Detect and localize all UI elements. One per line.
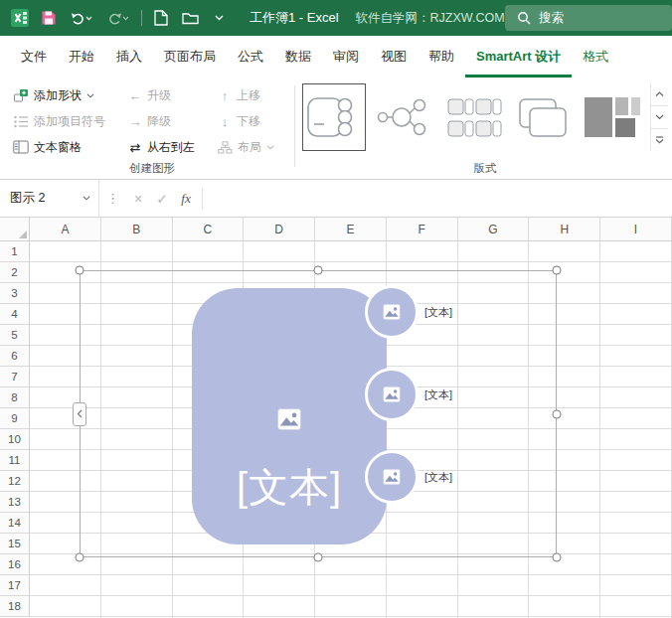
undo-button[interactable]	[66, 6, 97, 30]
chevron-up-icon	[655, 91, 664, 97]
layout-thumbnail-radial-circles[interactable]	[372, 83, 435, 151]
layout-preview-current-icon	[304, 91, 364, 143]
smartart-main-text[interactable]: [文本]	[192, 464, 387, 510]
row-header-7[interactable]: 7	[0, 367, 30, 387]
gallery-scroll-up-button[interactable]	[651, 83, 668, 106]
smartart-circle-2[interactable]	[365, 368, 419, 421]
tab-home[interactable]: 开始	[58, 36, 105, 77]
row-header-11[interactable]: 11	[0, 450, 30, 471]
tab-view[interactable]: 视图	[370, 36, 418, 77]
gallery-more-icon	[655, 136, 664, 144]
row-header-12[interactable]: 12	[0, 471, 30, 492]
column-header-E[interactable]: E	[315, 218, 387, 241]
tab-file[interactable]: 文件	[10, 36, 58, 77]
smartart-circle-3[interactable]	[365, 450, 419, 504]
row-header-13[interactable]: 13	[0, 492, 30, 513]
selection-handle-n[interactable]	[314, 266, 323, 275]
tab-insert[interactable]: 插入	[105, 36, 153, 77]
image-placeholder-icon[interactable]	[383, 304, 401, 320]
add-shape-icon	[13, 87, 29, 103]
row-header-14[interactable]: 14	[0, 513, 30, 534]
add-shape-button[interactable]: 添加形状	[10, 83, 97, 107]
layout-thumbnail-picture-pairs[interactable]	[441, 83, 505, 151]
smartart-item-text-2[interactable]: [文本]	[424, 387, 452, 402]
row-header-5[interactable]: 5	[0, 325, 30, 346]
formula-bar-drag-dots[interactable]: ⋮	[99, 191, 126, 206]
row-header-16[interactable]: 16	[0, 554, 30, 575]
column-header-I[interactable]: I	[600, 218, 672, 241]
text-pane-button[interactable]: 文本窗格	[10, 135, 84, 159]
column-header-D[interactable]: D	[244, 218, 315, 241]
search-box[interactable]: 搜索	[505, 5, 672, 31]
new-file-button[interactable]	[149, 6, 173, 30]
gallery-scroll-down-button[interactable]	[651, 106, 668, 129]
demote-label: 降级	[147, 113, 171, 130]
redo-button	[102, 6, 134, 30]
tab-review[interactable]: 审阅	[322, 36, 370, 77]
column-header-G[interactable]: G	[458, 218, 530, 241]
create-graphic-group: 添加形状 添加项目符号 文本窗格 ← 升级	[10, 83, 294, 177]
open-file-button[interactable]	[178, 6, 202, 30]
move-down-label: 下移	[237, 113, 260, 130]
smartart-main-shape[interactable]: [文本]	[192, 288, 387, 544]
name-box[interactable]: 图示 2	[0, 180, 99, 217]
chevron-down-icon	[655, 114, 664, 120]
column-header-B[interactable]: B	[101, 218, 173, 241]
row-header-1[interactable]: 1	[0, 241, 30, 262]
row-header-18[interactable]: 18	[0, 596, 30, 617]
tab-data[interactable]: 数据	[274, 36, 322, 77]
select-all-corner[interactable]	[0, 218, 30, 241]
gallery-scrollbar	[650, 83, 668, 151]
selection-handle-e[interactable]	[553, 409, 562, 418]
selection-handle-sw[interactable]	[76, 553, 84, 562]
selection-handle-se[interactable]	[553, 553, 562, 562]
layout-preview-grid-icon	[583, 91, 642, 143]
ribbon-content: 添加形状 添加项目符号 文本窗格 ← 升级	[0, 77, 672, 180]
name-box-dropdown-icon	[83, 196, 90, 201]
gallery-more-button[interactable]	[651, 129, 668, 151]
row-header-8[interactable]: 8	[0, 387, 30, 408]
row-header-15[interactable]: 15	[0, 534, 30, 554]
layout-thumbnail-picture-grid[interactable]	[581, 83, 644, 151]
smartart-circle-1[interactable]	[365, 285, 419, 339]
undo-dropdown-icon	[85, 16, 92, 21]
excel-app-icon[interactable]	[8, 6, 32, 30]
row-header-3[interactable]: 3	[0, 283, 30, 304]
smartart-item-text-3[interactable]: [文本]	[424, 470, 452, 485]
selection-handle-ne[interactable]	[553, 266, 562, 275]
column-header-H[interactable]: H	[529, 218, 600, 241]
column-header-A[interactable]: A	[30, 218, 101, 241]
tab-page-layout[interactable]: 页面布局	[153, 36, 227, 77]
layout-thumbnail-overlapping[interactable]	[511, 83, 575, 151]
column-header-F[interactable]: F	[387, 218, 458, 241]
formula-input[interactable]	[207, 180, 672, 217]
qat-divider	[141, 10, 142, 26]
row-header-9[interactable]: 9	[0, 408, 30, 429]
insert-function-button[interactable]: fx	[174, 191, 198, 207]
selection-handle-s[interactable]	[314, 553, 323, 562]
selection-handle-nw[interactable]	[76, 266, 84, 275]
tab-format[interactable]: 格式	[572, 36, 619, 77]
qat-customize-button[interactable]	[207, 6, 231, 30]
image-placeholder-icon[interactable]	[383, 386, 401, 402]
row-header-4[interactable]: 4	[0, 304, 30, 325]
chevron-down-icon	[86, 93, 94, 98]
column-header-C[interactable]: C	[173, 218, 245, 241]
image-placeholder-icon[interactable]	[277, 408, 301, 430]
row-header-2[interactable]: 2	[0, 262, 30, 283]
smartart-item-text-1[interactable]: [文本]	[424, 305, 452, 320]
tab-help[interactable]: 帮助	[418, 36, 465, 77]
search-label: 搜索	[539, 10, 564, 27]
image-placeholder-icon[interactable]	[383, 469, 401, 485]
right-to-left-button[interactable]: ⇄ 从右到左	[125, 135, 198, 159]
row-header-10[interactable]: 10	[0, 429, 30, 450]
name-box-value: 图示 2	[10, 190, 45, 207]
ribbon-group-separator	[294, 85, 295, 167]
save-button[interactable]	[37, 6, 61, 30]
row-header-6[interactable]: 6	[0, 346, 30, 367]
layout-thumbnail-bending-picture[interactable]	[302, 83, 366, 151]
tab-formulas[interactable]: 公式	[227, 36, 274, 77]
tab-smartart-design[interactable]: SmartArt 设计	[465, 36, 572, 77]
row-header-17[interactable]: 17	[0, 575, 30, 596]
text-pane-toggle-button[interactable]	[73, 402, 86, 426]
